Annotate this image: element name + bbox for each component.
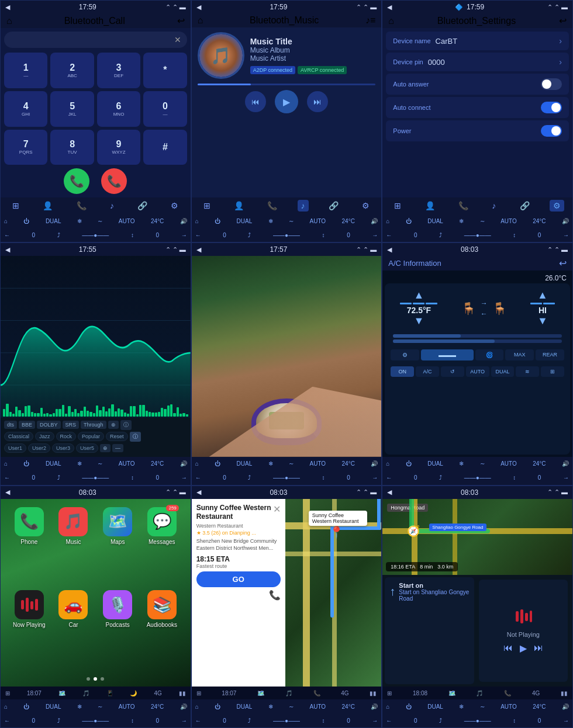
preset-popular[interactable]: Popular [78, 432, 104, 441]
badge-bbe[interactable]: BBE [19, 421, 35, 429]
power-cl-p3[interactable]: ⏻ [406, 218, 412, 224]
dial-4[interactable]: 4GHI [4, 91, 47, 127]
mode-p2[interactable]: ⤴ [248, 232, 251, 238]
tab-person-p2[interactable]: 👤 [230, 200, 247, 212]
auto-btn-ac[interactable]: AUTO [466, 366, 489, 377]
prev-btn-p2[interactable]: ⏮ [245, 91, 266, 112]
tab-settings-p1[interactable]: ⚙ [167, 200, 182, 212]
slider-p8[interactable]: ——●—— [273, 717, 300, 724]
ac-icon-p3[interactable]: ❄ [459, 218, 464, 224]
slider-p9[interactable]: ——●—— [464, 717, 491, 724]
home-cl-p3[interactable]: ⌂ [386, 218, 389, 224]
ac-icon-p9[interactable]: ❄ [459, 703, 464, 710]
ac-icon-p4[interactable]: ❄ [77, 460, 82, 467]
home-cl-p5[interactable]: ⌂ [195, 460, 199, 467]
hangup-button[interactable]: 📞 [101, 168, 127, 194]
dot-3[interactable] [101, 677, 104, 681]
carplay-icon-p7[interactable]: 📱 [106, 690, 113, 696]
app-now-playing[interactable]: Now Playing [9, 590, 50, 670]
power-cl-p2[interactable]: ⏻ [215, 218, 220, 224]
power-cl-p6[interactable]: ⏻ [406, 460, 412, 467]
mode2-p5[interactable]: ↕ [322, 474, 325, 481]
left-arrow-p5[interactable]: ← [195, 474, 201, 481]
right-arrow-p4[interactable]: → [181, 474, 187, 481]
mode2-p8[interactable]: ↕ [322, 717, 325, 724]
mode-p3[interactable]: ⤴ [439, 232, 442, 238]
right-arrow-p3[interactable]: → [563, 232, 569, 238]
map-icon-p7[interactable]: 🗺️ [58, 690, 65, 696]
left-arrow-p9[interactable]: ← [386, 717, 392, 724]
search-input-p1[interactable] [10, 36, 174, 44]
preset-user2[interactable]: User2 [28, 443, 50, 453]
dial-5[interactable]: 5JKL [50, 91, 94, 127]
badge-through[interactable]: Through [81, 421, 106, 429]
slider-p2[interactable]: ——●—— [273, 232, 300, 238]
auto-answer-toggle[interactable] [541, 78, 562, 90]
left-arrow-p2[interactable]: ← [195, 232, 201, 238]
tab-music-p3[interactable]: ♪ [488, 200, 499, 212]
home-cl-p7[interactable]: ⌂ [4, 703, 8, 710]
preset-reset[interactable]: Reset [106, 432, 128, 441]
left-arrow-p7[interactable]: ← [4, 717, 10, 724]
back-icon-p6[interactable]: ↩ [559, 258, 567, 269]
tab-grid-p2[interactable]: ⊞ [200, 200, 214, 212]
home-cl-p4[interactable]: ⌂ [4, 460, 8, 467]
fan-speed-btn[interactable]: 🌀 [475, 349, 504, 360]
badge-dts[interactable]: dts [4, 421, 17, 429]
eq-add[interactable]: ⊕ [100, 444, 111, 452]
slider-1[interactable] [393, 334, 562, 338]
eq-minus[interactable]: — [112, 444, 123, 452]
slider-p6[interactable]: ——●—— [464, 474, 491, 481]
fan-down-right[interactable]: ▼ [537, 315, 548, 327]
preset-rock[interactable]: Rock [56, 432, 77, 441]
on-btn[interactable]: ON [391, 366, 414, 377]
mode-p9[interactable]: ⤴ [439, 717, 442, 724]
home-cl-p8[interactable]: ⌂ [195, 703, 199, 710]
slider-p4[interactable]: ——●—— [82, 474, 109, 481]
ac-icon-p1[interactable]: ❄ [77, 218, 82, 224]
dial-1[interactable]: 1— [4, 53, 47, 88]
slider-2[interactable] [393, 339, 562, 343]
fan-icon-p4[interactable]: ∼ [98, 460, 102, 467]
play-btn-np[interactable]: ▶ [520, 643, 527, 654]
badge-extra[interactable]: ⊕ [108, 421, 119, 429]
call-button[interactable]: 📞 [64, 168, 89, 194]
ac-icon-p2[interactable]: ❄ [268, 218, 273, 224]
tab-link-p2[interactable]: 🔗 [325, 200, 342, 212]
app-phone[interactable]: 📞 Phone [9, 507, 50, 587]
fan-icon-p2[interactable]: ∼ [289, 218, 294, 224]
grid-btn-ac[interactable]: ⊞ [541, 366, 564, 377]
dial-hash[interactable]: # [143, 130, 187, 165]
back-btn-p1[interactable]: ◀ [5, 4, 10, 11]
right-arrow-p2[interactable]: → [372, 232, 378, 238]
vol-p2[interactable]: 🔊 [371, 218, 378, 224]
fan-up-right[interactable]: ▲ [537, 289, 548, 301]
power-cl-p7[interactable]: ⏻ [23, 703, 29, 710]
dial-8[interactable]: 8TUV [50, 130, 94, 165]
music-icon-p9[interactable]: 🎵 [476, 690, 483, 696]
preset-classical[interactable]: Classical [4, 432, 33, 441]
fan-icon-p5[interactable]: ∼ [289, 460, 294, 467]
power-cl-p5[interactable]: ⏻ [215, 460, 220, 467]
ac-icon-p7[interactable]: ❄ [77, 703, 82, 710]
vol-p8[interactable]: 🔊 [371, 703, 378, 710]
setting-device-pin[interactable]: Device pin 0000 › [386, 53, 569, 71]
close-poi-btn[interactable]: ✕ [273, 504, 281, 515]
dot-1[interactable] [87, 677, 90, 681]
preset-user3[interactable]: User3 [52, 443, 74, 453]
slider-p7[interactable]: ——●—— [82, 717, 109, 724]
power-cl-p8[interactable]: ⏻ [215, 703, 220, 710]
tab-grid-p3[interactable]: ⊞ [391, 200, 405, 212]
mode2-p7[interactable]: ↕ [131, 717, 134, 724]
home-icon-p1[interactable]: ⌂ [6, 16, 12, 26]
mode-p7[interactable]: ⤴ [57, 717, 60, 724]
auto-connect-toggle[interactable] [541, 102, 562, 113]
vol-p7[interactable]: 🔊 [180, 703, 187, 710]
vol-p1[interactable]: 🔊 [180, 218, 187, 224]
home-icon-p3[interactable]: ⌂ [388, 16, 394, 26]
dial-0[interactable]: 0— [143, 91, 187, 127]
slider-p3[interactable]: ——●—— [464, 232, 491, 238]
go-button[interactable]: GO [196, 571, 281, 587]
ac-icon-p5[interactable]: ❄ [268, 460, 273, 467]
temp-up-left[interactable]: ▲ [414, 289, 424, 301]
